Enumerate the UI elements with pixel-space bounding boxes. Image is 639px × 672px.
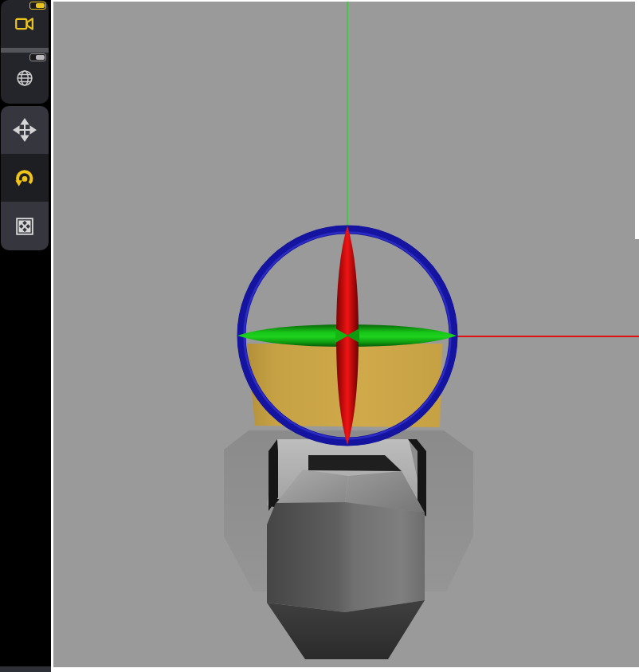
globe-toggle-knob [36, 55, 45, 60]
move-arrows-icon [13, 118, 37, 142]
window-border-top [51, 0, 639, 2]
window-border-bottom [51, 667, 639, 672]
camera-view-button[interactable] [1, 0, 49, 48]
sidebar-bottom-bar [0, 666, 51, 672]
window-border-right [635, 0, 639, 239]
camera-toggle-knob [36, 3, 45, 8]
camera-toggle-switch[interactable] [29, 2, 46, 10]
globe-toggle-switch[interactable] [29, 53, 46, 61]
window-border-left [51, 0, 53, 672]
world-globe-button[interactable] [1, 53, 49, 104]
translate-tool-button[interactable] [1, 106, 49, 154]
rotate-arrow-icon [13, 166, 37, 190]
toolbar-panel-view [1, 0, 49, 104]
viewport-3d[interactable] [0, 0, 639, 672]
camera-icon [13, 12, 37, 36]
scale-box-icon [13, 214, 37, 238]
scale-tool-button[interactable] [1, 202, 49, 250]
left-toolbar [0, 0, 51, 672]
app-window [0, 0, 639, 672]
rotate-tool-button[interactable] [1, 154, 49, 202]
toolbar-panel-transform [1, 106, 49, 250]
pod-mid-band [267, 502, 425, 612]
globe-icon [13, 66, 37, 90]
